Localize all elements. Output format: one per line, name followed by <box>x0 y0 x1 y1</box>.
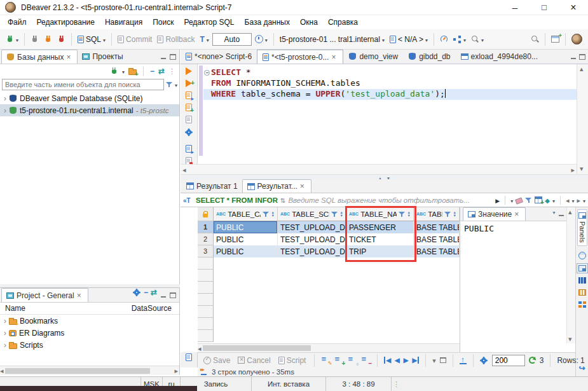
code-line[interactable]: WHERE table_schema = UPPER('test_upload_… <box>211 89 577 100</box>
collapse-all-icon[interactable] <box>150 67 154 76</box>
export-result-button[interactable] <box>186 145 192 153</box>
row-number[interactable]: 2 <box>198 233 214 245</box>
explain-plan-button[interactable] <box>186 116 192 123</box>
table-cell[interactable]: PUBLIC <box>214 233 278 245</box>
chevron-down-icon[interactable] <box>207 35 209 44</box>
filter-settings-icon[interactable] <box>525 197 532 203</box>
tab-project-general[interactable]: Project - General <box>1 288 88 302</box>
code-line[interactable]: FROM INFORMATION_SCHEMA.tables <box>211 78 577 89</box>
row-number[interactable]: 1 <box>198 221 214 233</box>
chevron-down-icon[interactable] <box>552 196 555 205</box>
database-tree-item[interactable]: t5-prostore-01.ru-central1.internal- t5-… <box>0 104 179 116</box>
grid-horizontal-scrollbar[interactable] <box>198 343 460 352</box>
apply-filter-icon[interactable] <box>495 196 500 205</box>
add-row-button[interactable] <box>334 356 344 364</box>
maximize-window-icon[interactable] <box>530 0 559 15</box>
fetch-all-icon[interactable] <box>440 357 446 363</box>
chevron-down-icon[interactable] <box>425 35 428 44</box>
column-header[interactable]: ABCTABLE_NAME <box>346 207 414 221</box>
menu-item[interactable]: Справка <box>323 17 363 28</box>
scroll-down-icon[interactable] <box>568 334 572 343</box>
scroll-left-icon[interactable] <box>0 366 4 375</box>
maximize-panel-icon[interactable] <box>170 54 176 60</box>
script-button[interactable]: Script <box>277 354 308 367</box>
commit-mode-select[interactable]: Auto <box>212 33 252 46</box>
dbeaver-perspective-button[interactable] <box>570 32 584 46</box>
code-area[interactable]: SELECT *FROM INFORMATION_SCHEMA.tablesWH… <box>211 64 577 164</box>
table-cell[interactable]: PUBLIC <box>214 245 278 257</box>
search-button[interactable] <box>529 33 541 45</box>
aggregate-panel-icon[interactable] <box>578 289 586 296</box>
tab-value[interactable]: Значение <box>463 207 526 221</box>
column-name[interactable]: Name <box>5 304 25 313</box>
save-button[interactable]: Save <box>202 354 232 367</box>
clear-filter-icon[interactable] <box>515 197 523 204</box>
editor-tab[interactable]: *<t5-prostore-0... <box>257 50 343 64</box>
minimize-panel-icon[interactable] <box>161 54 167 60</box>
commit-button[interactable]: Commit <box>116 33 154 46</box>
menu-item[interactable]: Поиск <box>147 17 179 28</box>
project-tree-item[interactable]: Scripts <box>0 339 179 351</box>
project-tree-item[interactable]: ER Diagrams <box>0 327 179 339</box>
scroll-thumb[interactable] <box>5 368 150 374</box>
table-cell[interactable]: TEST_UPLOAD_DAT <box>278 245 346 257</box>
project-tree-item[interactable]: Bookmarks <box>0 315 179 327</box>
rollback-button[interactable]: Rollback <box>155 33 196 46</box>
fetch-next-page-icon[interactable] <box>432 356 436 365</box>
minimize-editor-icon[interactable] <box>571 54 577 60</box>
chevron-down-icon[interactable] <box>16 35 18 44</box>
value-view-icon[interactable] <box>578 252 586 259</box>
previous-row-button[interactable] <box>395 357 400 364</box>
value-vertical-scrollbar[interactable] <box>566 207 575 343</box>
edit-row-button[interactable] <box>321 356 331 364</box>
table-cell[interactable]: TICKET <box>346 233 414 245</box>
delete-row-button[interactable] <box>361 356 371 364</box>
menu-item[interactable]: Файл <box>3 17 32 28</box>
transaction-mode-button[interactable] <box>198 33 210 46</box>
column-header[interactable]: ABCTABLE_SCHEI <box>278 207 346 221</box>
execute-statement-button[interactable] <box>186 67 192 75</box>
export-data-icon[interactable] <box>460 357 467 364</box>
scroll-right-icon[interactable] <box>174 366 178 375</box>
open-perspective-button[interactable] <box>549 34 561 45</box>
database-tree-item[interactable]: DBeaver Sample Database (SQLite) <box>0 92 179 104</box>
menu-item[interactable]: Редактирование <box>32 17 100 28</box>
filter-history-icon[interactable] <box>510 196 513 205</box>
data-format-icon[interactable] <box>545 196 550 205</box>
column-datasource[interactable]: DataSource <box>132 304 174 313</box>
view-menu-icon[interactable] <box>168 67 175 76</box>
tab-databases[interactable]: Базы данных <box>1 50 78 64</box>
chevron-down-icon[interactable] <box>103 35 106 44</box>
editor-tab[interactable]: exload_4994de80... <box>456 50 543 64</box>
forward-icon[interactable] <box>577 196 580 205</box>
new-filter-icon[interactable] <box>535 196 542 203</box>
table-cell[interactable]: BASE TABLE <box>414 221 460 233</box>
filter-icon[interactable] <box>263 211 270 217</box>
filter-icon[interactable] <box>331 211 338 217</box>
new-sql-editor-button[interactable]: SQL <box>76 33 107 46</box>
chevron-down-icon[interactable] <box>175 80 177 89</box>
scroll-up-icon[interactable] <box>568 207 572 216</box>
editor-tab[interactable]: demo_view <box>343 50 403 64</box>
performance-button[interactable] <box>438 33 450 45</box>
chevron-down-icon[interactable] <box>463 35 466 44</box>
maximize-editor-icon[interactable] <box>579 54 585 60</box>
row-number[interactable]: 3 <box>198 245 214 257</box>
filter-input[interactable]: Введите SQL выражение чтобы отфильтроват… <box>288 196 493 204</box>
maximize-panel-icon[interactable] <box>170 292 176 298</box>
chevron-down-icon[interactable] <box>382 35 385 44</box>
menu-item[interactable]: База данных <box>240 17 295 28</box>
expand-chevron-icon[interactable] <box>4 341 6 350</box>
network-profile-button[interactable] <box>451 33 468 46</box>
search-menu-button[interactable] <box>469 33 486 46</box>
close-icon[interactable] <box>300 182 306 191</box>
object-search-input[interactable] <box>2 79 164 90</box>
fold-collapse-icon[interactable] <box>204 70 210 76</box>
editor-tab[interactable]: *<none> Script-6 <box>181 50 257 64</box>
close-icon[interactable] <box>77 291 83 300</box>
chevron-down-icon[interactable] <box>122 67 125 76</box>
table-cell[interactable]: TRIP <box>346 245 414 257</box>
cell-value-text[interactable]: PUBLIC <box>460 221 566 236</box>
tab-panels[interactable]: Panels <box>577 209 587 246</box>
expand-chevron-icon[interactable] <box>4 94 6 103</box>
